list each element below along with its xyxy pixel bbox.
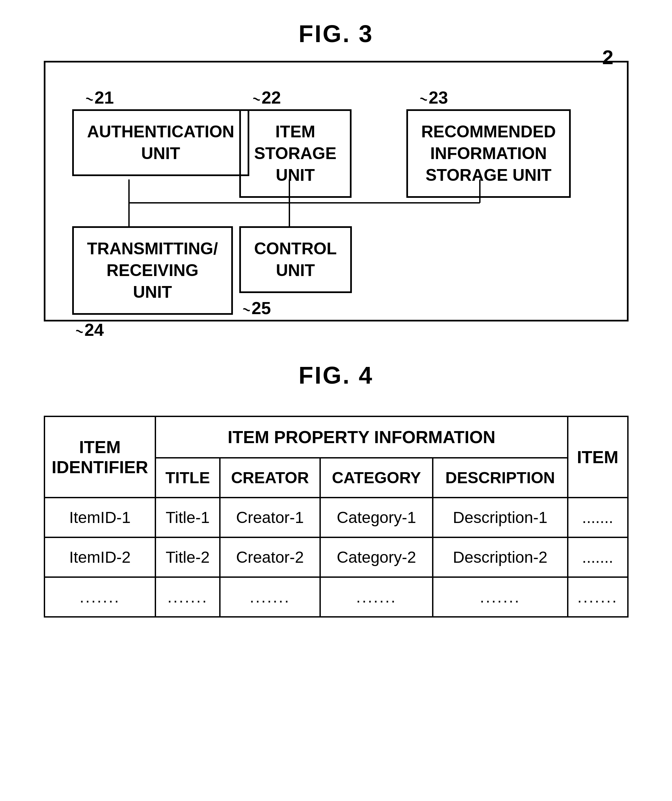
table-row: ItemID-2Title-2Creator-2Category-2Descri… — [45, 537, 628, 577]
fig4-table: ITEM IDENTIFIER ITEM PROPERTY INFORMATIO… — [44, 416, 629, 618]
table-body: ItemID-1Title-1Creator-1Category-1Descri… — [45, 498, 628, 617]
col-description: DESCRIPTION — [433, 458, 568, 498]
table-cell-0: ItemID-1 — [45, 498, 156, 537]
recommended-unit-box: RECOMMENDED INFORMATION STORAGE UNIT — [406, 109, 571, 198]
fig3-outer-label: 2 — [602, 46, 613, 69]
auth-unit-wrapper: ~21 AUTHENTICATION UNIT — [72, 109, 250, 176]
fig3-title: FIG. 3 — [298, 20, 373, 47]
recommended-unit-wrapper: ~23 RECOMMENDED INFORMATION STORAGE UNIT — [406, 109, 571, 198]
table-cell-2: Creator-1 — [220, 498, 320, 537]
table-header-main: ITEM IDENTIFIER ITEM PROPERTY INFORMATIO… — [45, 417, 628, 458]
auth-unit-box: AUTHENTICATION UNIT — [72, 109, 250, 176]
transmitting-unit-box: TRANSMITTING/ RECEIVING UNIT — [72, 226, 233, 315]
table-cell-5: ....... — [568, 498, 628, 537]
fig4-table-wrapper: ITEM IDENTIFIER ITEM PROPERTY INFORMATIO… — [44, 416, 629, 618]
table-cell-3: ....... — [320, 577, 433, 617]
item-storage-unit-label: ~22 — [252, 88, 281, 108]
table-cell-5: ....... — [568, 577, 628, 617]
item-storage-unit-box: ITEM STORAGE UNIT — [239, 109, 352, 198]
table-cell-1: Title-2 — [155, 537, 220, 577]
table-row: ........................................… — [45, 577, 628, 617]
control-unit-label: ~25 — [243, 298, 271, 318]
col-category: CATEGORY — [320, 458, 433, 498]
transmitting-unit-wrapper: TRANSMITTING/ RECEIVING UNIT ~24 — [72, 226, 233, 315]
table-cell-2: ....... — [220, 577, 320, 617]
col-item-identifier: ITEM IDENTIFIER — [45, 417, 156, 498]
fig3-outer-box: 2 — [44, 61, 629, 322]
control-unit-wrapper: CONTROL UNIT ~25 — [239, 226, 352, 293]
transmitting-unit-label: ~24 — [76, 320, 104, 340]
table-cell-1: Title-1 — [155, 498, 220, 537]
col-creator: CREATOR — [220, 458, 320, 498]
table-cell-1: ....... — [155, 577, 220, 617]
col-item-property-information: ITEM PROPERTY INFORMATION — [155, 417, 568, 458]
table-cell-2: Creator-2 — [220, 537, 320, 577]
control-unit-box: CONTROL UNIT — [239, 226, 352, 293]
table-cell-3: Category-1 — [320, 498, 433, 537]
fig4-title: FIG. 4 — [298, 362, 373, 389]
table-cell-4: ....... — [433, 577, 568, 617]
recommended-unit-label: ~23 — [420, 88, 448, 108]
auth-unit-label: ~21 — [85, 88, 114, 108]
item-storage-unit-wrapper: ~22 ITEM STORAGE UNIT — [239, 109, 352, 198]
table-cell-0: ....... — [45, 577, 156, 617]
table-cell-5: ....... — [568, 537, 628, 577]
table-cell-4: Description-1 — [433, 498, 568, 537]
table-cell-4: Description-2 — [433, 537, 568, 577]
table-cell-3: Category-2 — [320, 537, 433, 577]
table-cell-0: ItemID-2 — [45, 537, 156, 577]
fig3-diagram: ~21 AUTHENTICATION UNIT ~22 ITEM STORAGE… — [72, 82, 600, 310]
col-item: ITEM — [568, 417, 628, 498]
col-title: TITLE — [155, 458, 220, 498]
table-row: ItemID-1Title-1Creator-1Category-1Descri… — [45, 498, 628, 537]
